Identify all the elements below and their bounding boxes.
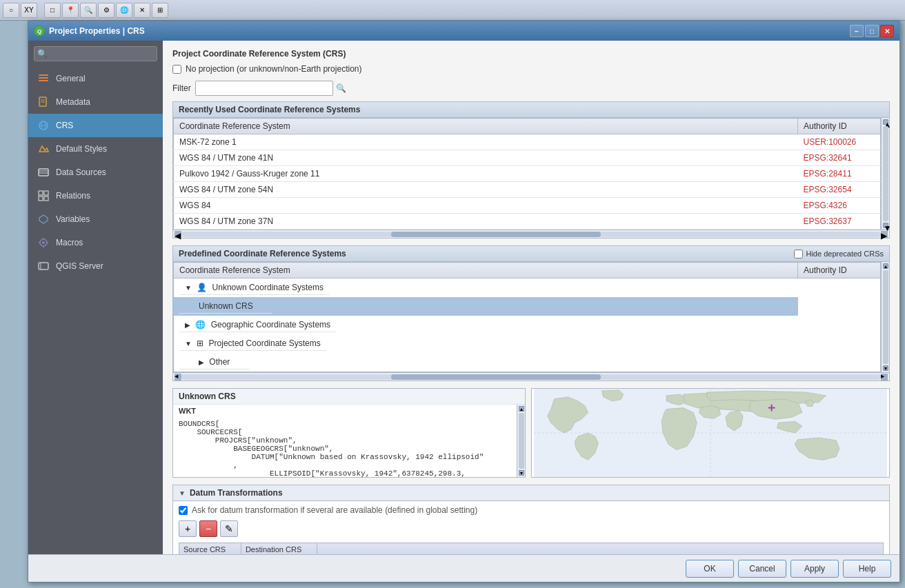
toolbar-btn-9[interactable]: ⊞: [152, 3, 168, 18]
datum-table: Source CRS Destination CRS EPSG:28411 +p…: [179, 543, 884, 554]
unknown-crs-label: Unknown CRS: [199, 301, 253, 311]
sidebar-item-label-variables: Variables: [56, 214, 90, 224]
recently-used-table: Coordinate Reference System Authority ID…: [173, 118, 881, 230]
tree-item-unknown-systems[interactable]: ▼ 👤 Unknown Coordinate Systems: [174, 278, 798, 297]
svg-rect-14: [39, 196, 43, 201]
toolbar-btn-1[interactable]: ○: [3, 3, 19, 18]
svg-rect-13: [44, 191, 48, 195]
hide-deprecated-checkbox[interactable]: [794, 250, 803, 258]
filter-row: Filter 🔍: [172, 81, 890, 96]
datum-col-dest: Destination CRS: [241, 543, 317, 555]
apply-button[interactable]: Apply: [790, 560, 839, 578]
toolbar-btn-8[interactable]: ✕: [134, 3, 150, 18]
datum-toggle-icon: ▼: [179, 489, 186, 497]
crs-name: WGS 84 / UTM zone 37N: [174, 214, 798, 230]
close-button[interactable]: ✕: [880, 25, 894, 37]
sidebar-item-relations[interactable]: Relations: [28, 184, 163, 207]
svg-rect-15: [44, 196, 48, 201]
sidebar-item-variables[interactable]: Variables: [28, 207, 163, 231]
cancel-button[interactable]: Cancel: [738, 560, 786, 578]
wkt-label: WKT: [173, 405, 517, 417]
datum-checkbox-row: Ask for datum transformation if several …: [179, 505, 884, 515]
sidebar-item-macros[interactable]: Macros: [28, 231, 163, 254]
crs-name: WGS 84 / UTM zone 54N: [174, 182, 798, 198]
wkt-scroll-thumb: [519, 413, 524, 469]
sidebar-item-general[interactable]: General: [28, 67, 163, 90]
recently-used-title: Recently Used Coordinate Reference Syste…: [179, 105, 360, 114]
tree-item-projected[interactable]: ▼ ⊞ Projected Coordinate Systems: [174, 334, 798, 353]
table-row[interactable]: WGS 84 / UTM zone 37NEPSG:32637: [174, 214, 881, 230]
ok-button[interactable]: OK: [686, 560, 734, 578]
unknown-icon: 👤: [197, 283, 207, 292]
datum-checkbox-label: Ask for datum transformation if several …: [192, 505, 477, 515]
predefined-header: Predefined Coordinate Reference Systems …: [173, 246, 889, 262]
toolbar-btn-2[interactable]: XY: [21, 3, 37, 18]
datum-remove-btn[interactable]: −: [199, 520, 217, 537]
unknown-toggle: ▼: [185, 284, 192, 292]
sidebar-item-data-sources[interactable]: Data Sources: [28, 161, 163, 184]
toolbar-btn-6[interactable]: ⚙: [98, 3, 115, 18]
toolbar-btn-5[interactable]: 🔍: [80, 3, 97, 18]
minimize-button[interactable]: −: [850, 25, 864, 37]
filter-search-icon: 🔍: [336, 83, 346, 93]
datum-col-transform: [317, 543, 884, 555]
recently-used-header: Recently Used Coordinate Reference Syste…: [173, 102, 889, 118]
map-panel: [531, 388, 890, 478]
variables-icon: [37, 212, 50, 226]
tree-item-other[interactable]: ▶ Other: [174, 353, 798, 372]
wkt-panel: Unknown CRS WKT BOUNDCRS[ SOURCECRS[ PRO…: [172, 388, 526, 478]
toolbar-btn-7[interactable]: 🌐: [116, 3, 132, 18]
window-controls: − □ ✕: [850, 25, 894, 37]
predefined-title: Predefined Coordinate Reference Systems: [179, 249, 346, 258]
table-row[interactable]: WGS 84 / UTM zone 41NEPSG:32641: [174, 150, 881, 166]
wkt-scroll-up[interactable]: ▲: [519, 406, 524, 412]
table-row[interactable]: Pulkovo 1942 / Gauss-Kruger zone 11EPSG:…: [174, 166, 881, 182]
geographic-icon: 🌐: [195, 320, 206, 330]
datum-edit-btn[interactable]: ✎: [220, 520, 238, 537]
pred-scroll-down-btn[interactable]: ▼: [883, 365, 888, 371]
sidebar-item-label-crs: CRS: [56, 121, 73, 130]
sidebar-item-crs[interactable]: CRS: [28, 114, 163, 137]
main-panel: Project Coordinate Reference System (CRS…: [163, 41, 899, 554]
authority-id: EPSG:32637: [798, 214, 881, 230]
crs-name: Pulkovo 1942 / Gauss-Kruger zone 11: [174, 166, 798, 182]
datum-add-btn[interactable]: +: [179, 520, 197, 537]
filter-input[interactable]: [195, 81, 333, 96]
macros-icon: [37, 236, 50, 250]
sidebar-search-input[interactable]: [50, 50, 154, 58]
scroll-down-btn[interactable]: ▼: [883, 223, 888, 228]
no-projection-checkbox[interactable]: [172, 65, 181, 74]
geographic-toggle: ▶: [185, 321, 190, 329]
sidebar-item-metadata[interactable]: Metadata: [28, 90, 163, 114]
table-row[interactable]: MSK-72 zone 1USER:100026: [174, 134, 881, 150]
pred-scroll-right[interactable]: ▶: [881, 374, 888, 381]
help-button[interactable]: Help: [843, 560, 891, 578]
wkt-content: BOUNDCRS[ SOURCECRS[ PROJCRS["unknown", …: [173, 417, 517, 477]
sidebar-item-qgis-server[interactable]: QGIS Server: [28, 254, 163, 278]
maximize-button[interactable]: □: [865, 25, 879, 37]
scroll-up-btn[interactable]: ▲: [883, 119, 888, 125]
qgis-server-icon: [37, 259, 50, 273]
table-row[interactable]: WGS 84EPSG:4326: [174, 198, 881, 214]
other-toggle: ▶: [199, 358, 204, 366]
horiz-scroll-predefined[interactable]: ◀ ▶: [173, 372, 889, 381]
pred-scroll-left[interactable]: ◀: [175, 374, 181, 381]
tree-item-geographic[interactable]: ▶ 🌐 Geographic Coordinate Systems: [174, 316, 798, 334]
filter-label: Filter: [172, 83, 191, 93]
horiz-scroll-recently-used[interactable]: ◀ ▶: [173, 230, 889, 238]
sidebar-item-default-styles[interactable]: Default Styles: [28, 137, 163, 161]
toolbar-btn-3[interactable]: □: [44, 3, 61, 18]
hide-deprecated-row: Hide deprecated CRSs: [794, 250, 884, 258]
wkt-scroll-down[interactable]: ▼: [519, 470, 524, 476]
tree-item-unknown-crs[interactable]: Unknown CRS: [174, 297, 798, 316]
projected-label: Projected Coordinate Systems: [209, 338, 321, 348]
sidebar-search[interactable]: 🔍: [34, 46, 157, 61]
toolbar-btn-4[interactable]: 📍: [62, 3, 79, 18]
general-icon: [37, 72, 50, 85]
section-title: Project Coordinate Reference System (CRS…: [172, 49, 890, 59]
pred-scroll-up-btn[interactable]: ▲: [883, 263, 888, 269]
scroll-left[interactable]: ◀: [175, 231, 181, 238]
table-row[interactable]: WGS 84 / UTM zone 54NEPSG:32654: [174, 182, 881, 198]
svg-point-18: [42, 241, 45, 244]
datum-checkbox[interactable]: [179, 506, 188, 515]
